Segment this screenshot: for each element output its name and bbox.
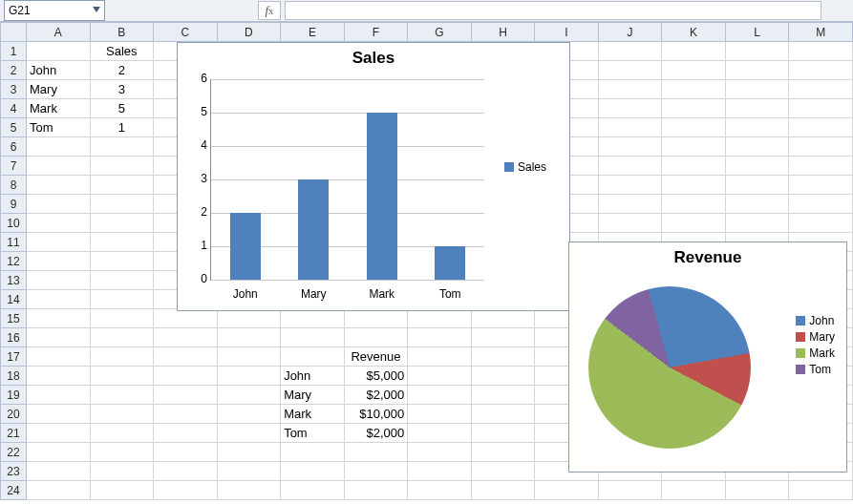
cell[interactable] [27,424,91,443]
cell[interactable]: John [27,61,91,80]
cell[interactable]: $5,000 [344,367,408,386]
cell[interactable] [471,309,535,328]
cell[interactable] [90,347,154,367]
cell[interactable] [90,443,154,462]
cell[interactable] [408,462,472,481]
row-header[interactable]: 23 [1,462,27,481]
cell[interactable] [471,347,535,367]
cell[interactable] [217,424,281,443]
cell[interactable] [535,481,599,500]
cell[interactable]: $2,000 [344,386,408,405]
cell[interactable] [90,386,154,405]
cell[interactable]: $2,000 [344,424,408,443]
cell[interactable]: $10,000 [344,405,408,424]
column-header[interactable]: I [535,23,599,42]
cell[interactable] [27,195,91,214]
cell[interactable] [662,195,726,214]
cell[interactable] [27,42,91,61]
cell[interactable] [408,328,472,347]
row-header[interactable]: 11 [1,233,27,252]
cell[interactable]: Mary [281,386,345,405]
cell[interactable]: Mark [281,405,345,424]
column-header[interactable]: F [344,23,408,42]
cell[interactable] [281,347,345,367]
cell[interactable] [344,481,408,500]
cell[interactable] [598,195,662,214]
select-all-corner[interactable] [1,23,27,42]
cell[interactable] [598,118,662,137]
cell[interactable] [27,443,91,462]
cell[interactable] [154,386,218,405]
cell[interactable] [598,80,662,99]
cell[interactable] [90,233,154,252]
cell[interactable] [725,118,789,137]
cell[interactable] [789,99,853,118]
row-header[interactable]: 21 [1,424,27,443]
row-header[interactable]: 8 [1,176,27,195]
name-box[interactable]: G21 [4,0,105,21]
cell[interactable] [27,386,91,405]
cell[interactable] [154,443,218,462]
cell[interactable] [471,367,535,386]
cell[interactable] [471,462,535,481]
cell[interactable] [27,462,91,481]
cell[interactable] [154,328,218,347]
cell[interactable] [90,462,154,481]
cell[interactable] [27,367,91,386]
cell[interactable] [725,157,789,176]
cell[interactable] [408,443,472,462]
cell[interactable] [725,481,789,500]
cell[interactable] [90,309,154,328]
row-header[interactable]: 1 [1,42,27,61]
row-header[interactable]: 15 [1,309,27,328]
cell[interactable] [90,271,154,290]
cell[interactable] [789,176,853,195]
cell[interactable] [725,80,789,99]
cell[interactable] [90,367,154,386]
row-header[interactable]: 16 [1,328,27,347]
name-box-dropdown-icon[interactable] [91,3,102,16]
cell[interactable]: 1 [90,118,154,137]
cell[interactable] [217,347,281,367]
row-header[interactable]: 13 [1,271,27,290]
cell[interactable] [90,176,154,195]
cell[interactable] [725,61,789,80]
cell[interactable] [217,386,281,405]
row-header[interactable]: 14 [1,290,27,309]
cell[interactable]: 5 [90,99,154,118]
cell[interactable] [598,214,662,233]
cell[interactable] [90,290,154,309]
cell[interactable]: Mark [27,99,91,118]
row-header[interactable]: 5 [1,118,27,137]
column-header[interactable]: L [725,23,789,42]
row-header[interactable]: 19 [1,386,27,405]
cell[interactable] [662,214,726,233]
cell[interactable] [154,405,218,424]
cell[interactable] [90,252,154,271]
cell[interactable] [27,271,91,290]
cell[interactable] [725,214,789,233]
cell[interactable] [789,61,853,80]
cell[interactable] [154,367,218,386]
cell[interactable] [725,195,789,214]
row-header[interactable]: 3 [1,80,27,99]
cell[interactable] [27,214,91,233]
column-header[interactable]: J [598,23,662,42]
row-header[interactable]: 4 [1,99,27,118]
cell[interactable] [662,80,726,99]
revenue-pie-chart[interactable]: Revenue JohnMaryMarkTom [568,242,847,472]
column-header[interactable]: G [408,23,472,42]
row-header[interactable]: 24 [1,481,27,500]
cell[interactable] [344,462,408,481]
cell[interactable] [27,481,91,500]
cell[interactable] [471,481,535,500]
cell[interactable] [471,328,535,347]
column-header[interactable]: K [662,23,726,42]
formula-bar[interactable] [285,1,821,20]
cell[interactable] [154,309,218,328]
cell[interactable]: Sales [90,42,154,61]
cell[interactable] [27,137,91,157]
cell[interactable] [598,61,662,80]
cell[interactable] [471,443,535,462]
row-header[interactable]: 9 [1,195,27,214]
